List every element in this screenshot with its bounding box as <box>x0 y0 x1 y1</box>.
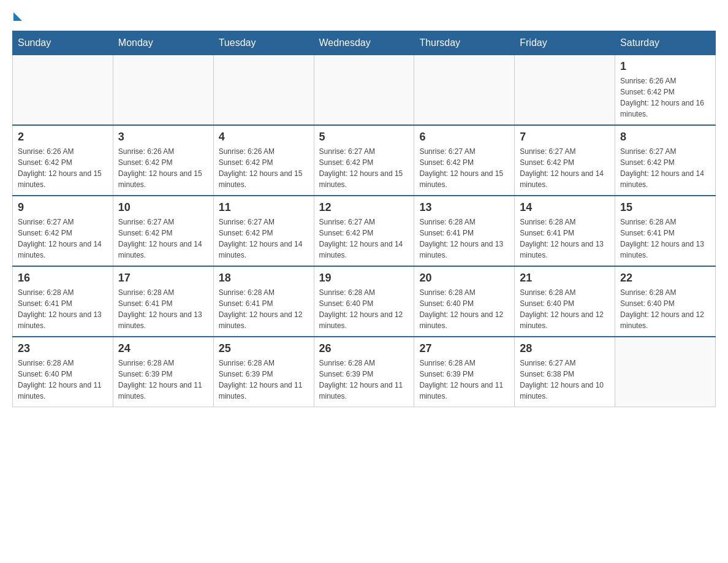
calendar-cell: 23Sunrise: 6:28 AM Sunset: 6:40 PM Dayli… <box>13 337 113 407</box>
day-number: 3 <box>118 131 208 144</box>
day-number: 6 <box>419 131 509 144</box>
calendar-cell: 5Sunrise: 6:27 AM Sunset: 6:42 PM Daylig… <box>314 125 414 196</box>
day-info: Sunrise: 6:26 AM Sunset: 6:42 PM Dayligh… <box>118 146 208 190</box>
day-info: Sunrise: 6:28 AM Sunset: 6:41 PM Dayligh… <box>520 216 610 261</box>
logo <box>12 12 22 18</box>
calendar-cell: 10Sunrise: 6:27 AM Sunset: 6:42 PM Dayli… <box>113 196 213 266</box>
calendar-cell: 12Sunrise: 6:27 AM Sunset: 6:42 PM Dayli… <box>314 196 414 266</box>
calendar-header-row: SundayMondayTuesdayWednesdayThursdayFrid… <box>13 31 716 55</box>
calendar-cell: 24Sunrise: 6:28 AM Sunset: 6:39 PM Dayli… <box>113 337 213 407</box>
calendar-cell: 20Sunrise: 6:28 AM Sunset: 6:40 PM Dayli… <box>414 266 515 337</box>
day-info: Sunrise: 6:28 AM Sunset: 6:39 PM Dayligh… <box>219 358 309 402</box>
calendar-cell: 6Sunrise: 6:27 AM Sunset: 6:42 PM Daylig… <box>414 125 515 196</box>
calendar-cell <box>314 55 414 126</box>
calendar-cell: 7Sunrise: 6:27 AM Sunset: 6:42 PM Daylig… <box>515 125 615 196</box>
calendar-cell: 25Sunrise: 6:28 AM Sunset: 6:39 PM Dayli… <box>213 337 314 407</box>
day-number: 5 <box>319 131 409 144</box>
day-info: Sunrise: 6:28 AM Sunset: 6:40 PM Dayligh… <box>18 358 108 402</box>
day-number: 9 <box>18 201 108 214</box>
calendar-cell: 15Sunrise: 6:28 AM Sunset: 6:41 PM Dayli… <box>615 196 716 266</box>
day-info: Sunrise: 6:28 AM Sunset: 6:40 PM Dayligh… <box>419 287 509 331</box>
calendar-cell: 13Sunrise: 6:28 AM Sunset: 6:41 PM Dayli… <box>414 196 515 266</box>
day-number: 21 <box>520 272 610 285</box>
calendar-cell: 21Sunrise: 6:28 AM Sunset: 6:40 PM Dayli… <box>515 266 615 337</box>
day-info: Sunrise: 6:28 AM Sunset: 6:41 PM Dayligh… <box>118 287 208 331</box>
calendar-cell: 22Sunrise: 6:28 AM Sunset: 6:40 PM Dayli… <box>615 266 716 337</box>
calendar-week-row: 2Sunrise: 6:26 AM Sunset: 6:42 PM Daylig… <box>13 125 716 196</box>
calendar-cell: 17Sunrise: 6:28 AM Sunset: 6:41 PM Dayli… <box>113 266 213 337</box>
day-number: 13 <box>419 201 509 214</box>
calendar-cell <box>515 55 615 126</box>
day-number: 8 <box>620 131 710 144</box>
calendar-week-row: 16Sunrise: 6:28 AM Sunset: 6:41 PM Dayli… <box>13 266 716 337</box>
day-info: Sunrise: 6:28 AM Sunset: 6:40 PM Dayligh… <box>620 287 710 331</box>
day-number: 14 <box>520 201 610 214</box>
calendar-week-row: 23Sunrise: 6:28 AM Sunset: 6:40 PM Dayli… <box>13 337 716 407</box>
day-number: 11 <box>219 201 309 214</box>
day-info: Sunrise: 6:27 AM Sunset: 6:42 PM Dayligh… <box>419 146 509 190</box>
day-number: 16 <box>18 272 108 285</box>
day-info: Sunrise: 6:27 AM Sunset: 6:42 PM Dayligh… <box>118 216 208 261</box>
calendar-cell: 27Sunrise: 6:28 AM Sunset: 6:39 PM Dayli… <box>414 337 515 407</box>
day-of-week-header: Tuesday <box>213 31 314 55</box>
day-number: 12 <box>319 201 409 214</box>
calendar-table: SundayMondayTuesdayWednesdayThursdayFrid… <box>12 31 716 407</box>
calendar-cell <box>13 55 113 126</box>
day-info: Sunrise: 6:27 AM Sunset: 6:42 PM Dayligh… <box>620 146 710 190</box>
day-number: 26 <box>319 342 409 355</box>
day-number: 15 <box>620 201 710 214</box>
calendar-cell: 9Sunrise: 6:27 AM Sunset: 6:42 PM Daylig… <box>13 196 113 266</box>
day-info: Sunrise: 6:28 AM Sunset: 6:41 PM Dayligh… <box>219 287 309 331</box>
day-number: 27 <box>419 342 509 355</box>
calendar-week-row: 9Sunrise: 6:27 AM Sunset: 6:42 PM Daylig… <box>13 196 716 266</box>
calendar-cell: 26Sunrise: 6:28 AM Sunset: 6:39 PM Dayli… <box>314 337 414 407</box>
day-info: Sunrise: 6:27 AM Sunset: 6:42 PM Dayligh… <box>18 216 108 261</box>
calendar-cell: 1Sunrise: 6:26 AM Sunset: 6:42 PM Daylig… <box>615 55 716 126</box>
logo-arrow-icon <box>13 12 22 21</box>
day-info: Sunrise: 6:28 AM Sunset: 6:40 PM Dayligh… <box>520 287 610 331</box>
day-number: 2 <box>18 131 108 144</box>
day-info: Sunrise: 6:26 AM Sunset: 6:42 PM Dayligh… <box>219 146 309 190</box>
day-info: Sunrise: 6:28 AM Sunset: 6:41 PM Dayligh… <box>419 216 509 261</box>
day-info: Sunrise: 6:27 AM Sunset: 6:42 PM Dayligh… <box>319 146 409 190</box>
day-info: Sunrise: 6:28 AM Sunset: 6:39 PM Dayligh… <box>118 358 208 402</box>
day-of-week-header: Sunday <box>13 31 113 55</box>
day-of-week-header: Friday <box>515 31 615 55</box>
calendar-cell: 11Sunrise: 6:27 AM Sunset: 6:42 PM Dayli… <box>213 196 314 266</box>
day-info: Sunrise: 6:28 AM Sunset: 6:39 PM Dayligh… <box>419 358 509 402</box>
calendar-cell: 16Sunrise: 6:28 AM Sunset: 6:41 PM Dayli… <box>13 266 113 337</box>
day-info: Sunrise: 6:28 AM Sunset: 6:39 PM Dayligh… <box>319 358 409 402</box>
day-number: 7 <box>520 131 610 144</box>
day-info: Sunrise: 6:28 AM Sunset: 6:40 PM Dayligh… <box>319 287 409 331</box>
calendar-cell <box>414 55 515 126</box>
calendar-cell: 14Sunrise: 6:28 AM Sunset: 6:41 PM Dayli… <box>515 196 615 266</box>
calendar-cell <box>113 55 213 126</box>
day-info: Sunrise: 6:26 AM Sunset: 6:42 PM Dayligh… <box>18 146 108 190</box>
day-info: Sunrise: 6:27 AM Sunset: 6:42 PM Dayligh… <box>319 216 409 261</box>
calendar-cell: 4Sunrise: 6:26 AM Sunset: 6:42 PM Daylig… <box>213 125 314 196</box>
calendar-cell: 2Sunrise: 6:26 AM Sunset: 6:42 PM Daylig… <box>13 125 113 196</box>
day-number: 20 <box>419 272 509 285</box>
calendar-cell: 19Sunrise: 6:28 AM Sunset: 6:40 PM Dayli… <box>314 266 414 337</box>
calendar-cell: 28Sunrise: 6:27 AM Sunset: 6:38 PM Dayli… <box>515 337 615 407</box>
page-header <box>12 12 716 18</box>
day-number: 22 <box>620 272 710 285</box>
day-info: Sunrise: 6:27 AM Sunset: 6:42 PM Dayligh… <box>219 216 309 261</box>
day-number: 4 <box>219 131 309 144</box>
day-of-week-header: Saturday <box>615 31 716 55</box>
calendar-cell: 18Sunrise: 6:28 AM Sunset: 6:41 PM Dayli… <box>213 266 314 337</box>
calendar-week-row: 1Sunrise: 6:26 AM Sunset: 6:42 PM Daylig… <box>13 55 716 126</box>
day-info: Sunrise: 6:26 AM Sunset: 6:42 PM Dayligh… <box>620 75 710 120</box>
day-of-week-header: Monday <box>113 31 213 55</box>
day-info: Sunrise: 6:27 AM Sunset: 6:38 PM Dayligh… <box>520 358 610 402</box>
day-number: 23 <box>18 342 108 355</box>
day-number: 10 <box>118 201 208 214</box>
day-number: 17 <box>118 272 208 285</box>
calendar-cell: 3Sunrise: 6:26 AM Sunset: 6:42 PM Daylig… <box>113 125 213 196</box>
day-info: Sunrise: 6:27 AM Sunset: 6:42 PM Dayligh… <box>520 146 610 190</box>
calendar-cell <box>213 55 314 126</box>
day-number: 24 <box>118 342 208 355</box>
day-number: 1 <box>620 60 710 73</box>
day-number: 18 <box>219 272 309 285</box>
calendar-cell <box>615 337 716 407</box>
